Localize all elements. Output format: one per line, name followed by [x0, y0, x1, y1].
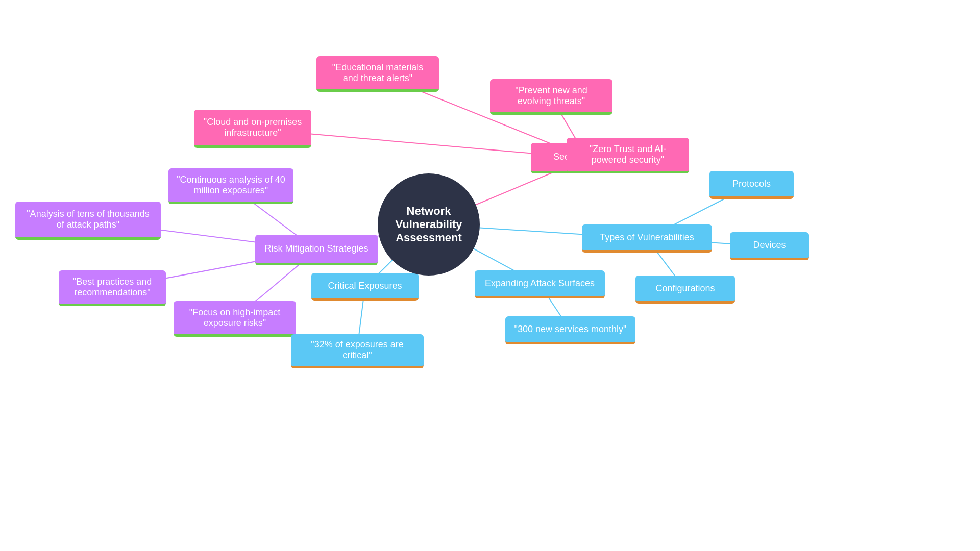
node-continuous_analysis: "Continuous analysis of 40 million expos…	[168, 168, 293, 204]
node-types_vuln: Types of Vulnerabilities	[582, 224, 712, 253]
node-analysis_attack: "Analysis of tens of thousands of attack…	[15, 202, 161, 240]
node-expanding_attack: Expanding Attack Surfaces	[475, 270, 605, 298]
node-risk_mitigation: Risk Mitigation Strategies	[255, 235, 378, 265]
node-cloud_infra: "Cloud and on-premises infrastructure"	[194, 110, 311, 148]
node-edu_materials: "Educational materials and threat alerts…	[316, 56, 439, 92]
node-critical_exposures: Critical Exposures	[311, 273, 419, 301]
node-configurations: Configurations	[635, 276, 735, 304]
node-prevent_threats: "Prevent new and evolving threats"	[490, 79, 612, 115]
node-protocols: Protocols	[709, 171, 794, 199]
center-node: Network Vulnerability Assessment	[378, 173, 480, 276]
node-services_monthly: "300 new services monthly"	[505, 316, 635, 344]
node-focus_high: "Focus on high-impact exposure risks"	[174, 301, 296, 337]
node-devices: Devices	[730, 232, 809, 260]
node-exposures_32: "32% of exposures are critical"	[291, 334, 424, 368]
node-best_practices: "Best practices and recommendations"	[59, 270, 166, 306]
mind-map: Network Vulnerability Assessment Securit…	[0, 0, 980, 551]
node-zero_trust: "Zero Trust and AI-powered security"	[567, 138, 689, 173]
